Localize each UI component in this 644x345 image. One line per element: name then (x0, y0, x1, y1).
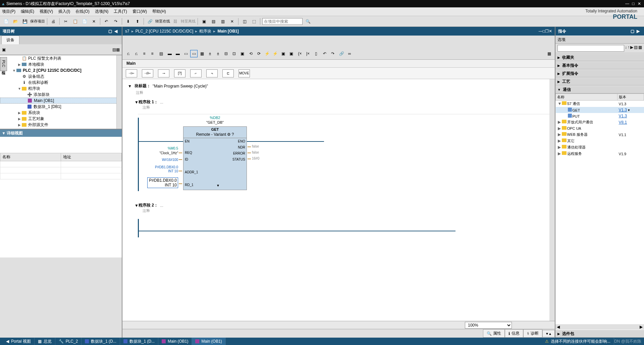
etb-14[interactable]: ⊡ (230, 50, 238, 57)
etb-13[interactable]: ⊟ (222, 50, 230, 57)
detail-view-header[interactable]: ▾详细视图 (0, 129, 122, 137)
lad-contact-nc[interactable]: ⊣/⊢ (142, 69, 153, 77)
etb-26[interactable]: ↷ (329, 50, 336, 57)
instruction-row[interactable]: ▶WEB 服务器V1.1 (556, 131, 644, 138)
instruction-row[interactable]: GETV1.3 ▾ (556, 107, 644, 113)
tree-alarm[interactable]: 📋PLC 报警文本列表 (0, 55, 122, 61)
addr1-ptr[interactable]: P#DB1.DBX0.0 (145, 165, 178, 169)
lad-branch[interactable]: ⊏ (222, 69, 234, 77)
tree-db1[interactable]: 数据块_1 [DB1] (0, 104, 122, 110)
sb-plc2[interactable]: 🔧 PLC_2 (55, 338, 82, 345)
instr-collapse-icon[interactable]: ▶ (637, 29, 641, 34)
lad-branch-open[interactable]: ⌐ (190, 69, 202, 77)
tb-3[interactable]: ▥ (219, 17, 227, 25)
pin-icon[interactable]: ▢ (108, 29, 113, 34)
menu-project[interactable]: 项目(P) (2, 9, 15, 14)
net2-comment[interactable]: 注释 (143, 208, 549, 213)
lad-coil[interactable]: ⊸ (158, 69, 169, 77)
col-name[interactable]: 名称 (556, 94, 618, 101)
etb-23[interactable]: |× (304, 50, 312, 57)
tab-diagnostics[interactable]: ⚕诊断 (523, 329, 542, 338)
etb-2[interactable]: ⎌ (132, 50, 140, 57)
etb-9[interactable]: ▭ (190, 50, 198, 57)
instruction-row[interactable]: ▼S7 通信V1.3 (556, 101, 644, 107)
network-1-title[interactable]: ▼ 程序段 1： ... (135, 99, 549, 105)
network-2-title[interactable]: ▼ 程序段 2： ... (135, 203, 549, 208)
req-sym[interactable]: "Clock_1Hz" (145, 151, 178, 155)
bc-plc[interactable]: PLC_2 [CPU 1215C DC/DC/DC] (136, 29, 194, 34)
collapse-icon[interactable]: ◀ (114, 29, 119, 34)
upload-button[interactable]: ⬆ (133, 17, 142, 25)
cut-button[interactable]: ✂ (62, 17, 70, 25)
etb-1[interactable]: ⎌ (124, 50, 132, 57)
menu-view[interactable]: 视图(V) (40, 9, 53, 14)
print-button[interactable]: 🖨 (49, 17, 57, 25)
minimize-button[interactable]: — (625, 1, 630, 6)
gooffline-label[interactable]: 转至离线 (181, 19, 196, 24)
tree-main-ob1[interactable]: Main [OB1] (0, 98, 122, 104)
menu-options[interactable]: 选项(N) (95, 9, 109, 14)
tree-diag[interactable]: ℹ在线和诊断 (0, 79, 122, 85)
instr-view-btn2[interactable]: ▦ (638, 45, 642, 52)
etb-17[interactable]: ⟳ (255, 50, 263, 57)
project-tree[interactable]: 📋PLC 报警文本列表 ▶本地模块 ▼PLC_2 [CPU 1215C DC/D… (0, 55, 122, 129)
col-version[interactable]: 版本 (618, 94, 644, 101)
etb-20[interactable]: ▣ (279, 50, 287, 57)
get-function-block[interactable]: GET Remote - Variant ⚙ ? EN ENO REQ NDR … (183, 126, 247, 190)
hscroll-left[interactable]: ◀ (557, 325, 560, 329)
net1-comment[interactable]: 注释 (143, 105, 549, 110)
instr-search-btn3[interactable]: ▶ (630, 45, 633, 52)
etb-28[interactable]: ∞ (346, 50, 353, 57)
portal-view-button[interactable]: ◀ Portal 视图 (3, 338, 35, 345)
tree-system-blocks[interactable]: ▶系统块 (0, 110, 122, 116)
etb-10[interactable]: ▦ (198, 50, 206, 57)
copy-button[interactable]: 📋 (71, 17, 79, 25)
rd1-expand-icon[interactable]: ▾ (217, 183, 219, 188)
bc-blocks[interactable]: 程序块 (199, 28, 211, 34)
undo-button[interactable]: ↶ (102, 17, 110, 25)
open-project-button[interactable]: 📂 (11, 17, 19, 25)
tree-tb-2[interactable]: ▤ (112, 47, 116, 52)
save-button[interactable]: 💾 (21, 17, 29, 25)
favorites-section[interactable]: ▶收藏夹 (555, 53, 644, 61)
split-v-button[interactable]: ⬚ (250, 17, 258, 25)
instruction-row[interactable]: PUTV1.3 (556, 113, 644, 119)
id-value[interactable]: W#16#100 (145, 158, 178, 162)
instr-search-btn1[interactable]: ↓ (625, 45, 627, 52)
menu-tools[interactable]: 工具(T) (114, 9, 127, 14)
sb-db1b[interactable]: 数据块_1 (D... (120, 338, 158, 345)
bc-main[interactable]: Main [OB1] (217, 29, 238, 34)
tree-ext-sources[interactable]: ▶外部源文件 (0, 122, 122, 128)
sb-db1a[interactable]: 数据块_1 (D... (82, 338, 120, 345)
tb-1[interactable]: ▣ (200, 17, 208, 25)
instr-view-btn1[interactable]: ▤ (634, 45, 638, 52)
ed-restore-icon[interactable]: ❐ (545, 29, 549, 34)
lad-branch-close[interactable]: ¬ (206, 69, 218, 77)
menu-insert[interactable]: 插入(I) (58, 9, 70, 14)
lad-contact-no[interactable]: ⊣⊢ (126, 69, 137, 77)
instruction-row[interactable]: ▶OPC UA (556, 125, 644, 131)
ladder-editor[interactable]: ▼ 块标题： "Main Program Sweep (Cycle)" 注释 ▼… (122, 79, 555, 321)
split-h-button[interactable]: ◫ (240, 17, 249, 25)
status-warning[interactable]: ⚠ 选择不同的连接伙伴可能会影响... (542, 338, 614, 345)
menu-online[interactable]: 在线(O) (75, 9, 89, 14)
gooffline-icon[interactable]: ⛓ (171, 17, 179, 25)
menu-window[interactable]: 窗口(W) (132, 9, 147, 14)
block-comment[interactable]: 注释 (136, 90, 549, 95)
etb-19[interactable]: ⚡ (271, 50, 279, 57)
goonline-icon[interactable]: 🔗 (146, 17, 154, 25)
ed-min-icon[interactable]: — (539, 29, 543, 34)
instr-search-btn2[interactable]: ↑ (628, 45, 630, 52)
props-expand[interactable]: ▾ ▴ (542, 330, 555, 337)
basic-section[interactable]: ▶基本指令 (555, 61, 644, 69)
tree-local-modules[interactable]: ▶本地模块 (0, 61, 122, 67)
sb-main1[interactable]: Main (OB1) (158, 338, 192, 345)
req-addr[interactable]: %M0.5 (145, 147, 178, 150)
ed-max-icon[interactable]: □ (543, 29, 545, 34)
tree-scrollbar[interactable] (116, 55, 122, 129)
menu-edit[interactable]: 编辑(E) (21, 9, 34, 14)
instruction-row[interactable]: ▶远程服务V1.9 (556, 151, 644, 157)
tree-tech-objects[interactable]: ▶工艺对象 (0, 116, 122, 122)
bc-project[interactable]: s7 (125, 29, 129, 34)
delete-button[interactable]: ✕ (90, 17, 98, 25)
